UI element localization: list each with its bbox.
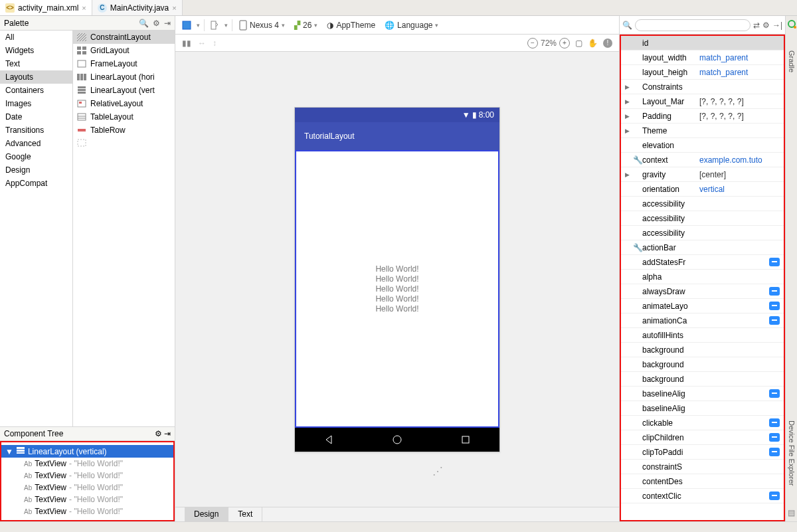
tree-item[interactable]: Ab TextView - "Hello World!" — [1, 505, 173, 517]
theme-selector[interactable]: ◑ AppTheme — [324, 21, 378, 30]
property-row[interactable]: layout_heighmatch_parent — [621, 65, 784, 80]
property-row[interactable]: clipToPaddi — [621, 445, 784, 460]
palette-item[interactable]: LinearLayout (hori — [73, 70, 175, 84]
palette-item[interactable]: TableRow — [73, 124, 175, 137]
property-row[interactable]: contentDes — [621, 474, 784, 489]
fit-icon[interactable]: ▢ — [575, 39, 582, 48]
toggle-indicator-icon[interactable] — [769, 287, 780, 296]
zoom-in-button[interactable]: + — [559, 38, 570, 48]
gear-icon[interactable]: ⚙ — [762, 21, 770, 30]
tab-activity-main[interactable]: <> activity_main.xml × — [0, 0, 92, 15]
swap-icon[interactable]: ⇄ — [753, 21, 760, 30]
arrows-vertical-icon[interactable]: ↕ — [213, 39, 217, 48]
property-row[interactable]: layout_widthmatch_parent — [621, 50, 784, 65]
palette-category[interactable]: Widgets — [0, 44, 72, 57]
property-row[interactable]: contextClic — [621, 489, 784, 503]
property-row[interactable]: accessibility — [621, 211, 784, 226]
palette-category[interactable]: Google — [0, 150, 72, 163]
design-canvas[interactable]: ▼ ▮ 8:00 TutorialLayout Hello World!Hell… — [175, 52, 619, 507]
dock-icon[interactable]: ⇥ — [164, 19, 171, 28]
property-row[interactable]: ▶Layout_Mar[?, ?, ?, ?, ?] — [621, 94, 784, 109]
tab-design[interactable]: Design — [185, 507, 228, 521]
search-icon[interactable]: 🔍 — [139, 19, 149, 28]
palette-item[interactable]: ConstraintLayout — [73, 31, 175, 44]
tree-item[interactable]: Ab TextView - "Hello World!" — [1, 458, 173, 470]
toggle-indicator-icon[interactable] — [769, 433, 780, 442]
property-row[interactable]: autofillHints — [621, 328, 784, 343]
property-row[interactable]: accessibility — [621, 197, 784, 211]
property-row[interactable]: orientationvertical — [621, 182, 784, 197]
property-row[interactable]: animationCa — [621, 313, 784, 328]
toggle-indicator-icon[interactable] — [769, 418, 780, 427]
palette-item[interactable] — [73, 137, 175, 149]
palette-category[interactable]: Containers — [0, 84, 72, 97]
toggle-indicator-icon[interactable] — [769, 491, 780, 500]
close-icon[interactable]: × — [82, 4, 86, 12]
api-selector[interactable]: ▞ 26▾ — [292, 21, 320, 30]
property-row[interactable]: constraintS — [621, 460, 784, 474]
orientation-icon[interactable] — [209, 19, 221, 31]
palette-category[interactable]: Advanced — [0, 137, 72, 150]
palette-item[interactable]: LinearLayout (vert — [73, 84, 175, 97]
property-row[interactable]: ▶Theme — [621, 124, 784, 138]
design-surface-icon[interactable] — [181, 19, 193, 31]
language-selector[interactable]: 🌐 Language▾ — [382, 21, 441, 30]
warning-icon[interactable]: ! — [603, 39, 612, 48]
property-row[interactable]: background — [621, 372, 784, 387]
blueprint-toggle-icon[interactable]: ▮▮ — [182, 39, 191, 48]
toggle-indicator-icon[interactable] — [769, 258, 780, 266]
file-explorer-icon[interactable]: ▤ — [788, 508, 795, 517]
palette-category[interactable]: Images — [0, 97, 72, 110]
device-selector[interactable]: Nexus 4▾ — [236, 20, 288, 31]
gradle-tool-window[interactable]: Gradle — [788, 50, 796, 72]
property-row[interactable]: background — [621, 357, 784, 372]
property-row[interactable]: baselineAlig — [621, 401, 784, 416]
tab-text[interactable]: Text — [228, 507, 262, 521]
palette-item[interactable]: GridLayout — [73, 44, 175, 57]
property-row[interactable]: 🔧actionBar — [621, 240, 784, 255]
gradle-icon[interactable] — [788, 20, 796, 28]
device-file-explorer-tool-window[interactable]: Device File Explorer — [788, 420, 796, 486]
tab-mainactivity[interactable]: C MainActivity.java × — [92, 0, 183, 15]
palette-category[interactable]: Date — [0, 110, 72, 124]
property-row[interactable]: animateLayo — [621, 299, 784, 313]
property-row[interactable]: alwaysDraw — [621, 284, 784, 299]
property-row[interactable]: clickable — [621, 416, 784, 430]
tree-item[interactable]: Ab TextView - "Hello World!" — [1, 470, 173, 482]
palette-category[interactable]: Design — [0, 163, 72, 177]
property-row[interactable]: 🔧contextexample.com.tuto — [621, 153, 784, 167]
properties-search-input[interactable] — [635, 19, 751, 31]
palette-category[interactable]: All — [0, 31, 72, 44]
toggle-indicator-icon[interactable] — [769, 389, 780, 398]
property-row[interactable]: background — [621, 343, 784, 357]
property-row[interactable]: ▶Constraints — [621, 80, 784, 94]
property-row[interactable]: id — [621, 36, 784, 50]
palette-category[interactable]: Text — [0, 57, 72, 70]
gear-icon[interactable]: ⚙ — [155, 429, 162, 438]
property-row[interactable]: elevation — [621, 138, 784, 153]
tree-item[interactable]: Ab TextView - "Hello World!" — [1, 482, 173, 493]
collapse-icon[interactable]: →| — [772, 21, 782, 30]
palette-category[interactable]: Layouts — [0, 70, 72, 84]
zoom-out-button[interactable]: − — [527, 38, 538, 48]
palette-category[interactable]: Transitions — [0, 124, 72, 137]
close-icon[interactable]: × — [172, 4, 176, 12]
arrows-horizontal-icon[interactable]: ↔ — [198, 39, 206, 48]
palette-category[interactable]: AppCompat — [0, 177, 72, 190]
tree-root[interactable]: ▼ LinearLayout (vertical) — [1, 445, 173, 458]
pan-icon[interactable]: ✋ — [588, 39, 598, 48]
dock-icon[interactable]: ⇥ — [164, 429, 171, 438]
toggle-indicator-icon[interactable] — [769, 316, 780, 325]
property-row[interactable]: accessibility — [621, 226, 784, 240]
property-row[interactable]: alpha — [621, 270, 784, 284]
property-row[interactable]: ▶gravity[center] — [621, 167, 784, 182]
palette-item[interactable]: TableLayout — [73, 110, 175, 124]
toggle-indicator-icon[interactable] — [769, 448, 780, 456]
property-row[interactable]: baselineAlig — [621, 387, 784, 401]
tree-item[interactable]: Ab TextView - "Hello World!" — [1, 493, 173, 505]
property-row[interactable]: clipChildren — [621, 430, 784, 445]
resize-handle-icon[interactable]: ⋰ — [432, 465, 443, 478]
palette-item[interactable]: RelativeLayout — [73, 97, 175, 110]
toggle-indicator-icon[interactable] — [769, 302, 780, 310]
gear-icon[interactable]: ⚙ — [153, 19, 160, 28]
